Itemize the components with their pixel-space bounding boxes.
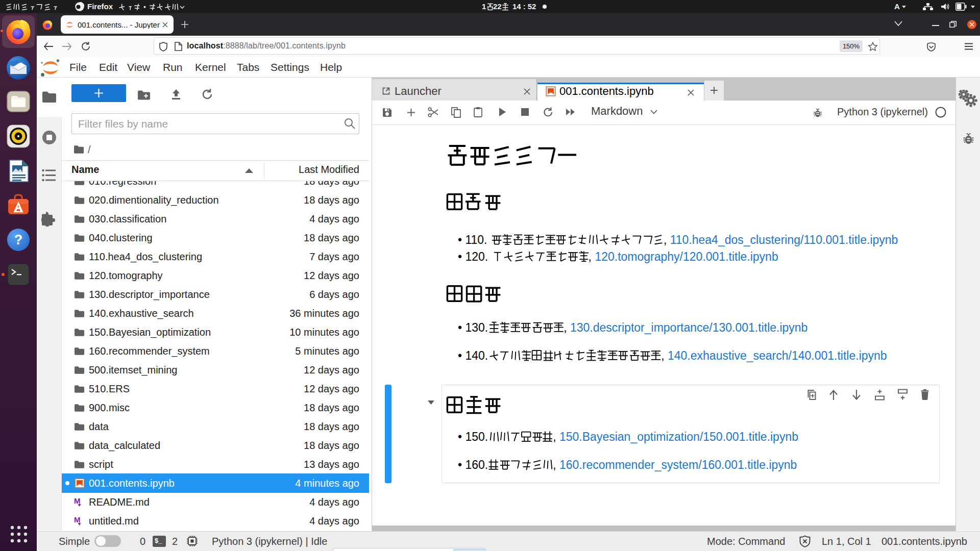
svg-text:M: M xyxy=(74,516,81,524)
svg-text:M: M xyxy=(74,497,81,505)
svg-text:?: ? xyxy=(14,232,23,247)
